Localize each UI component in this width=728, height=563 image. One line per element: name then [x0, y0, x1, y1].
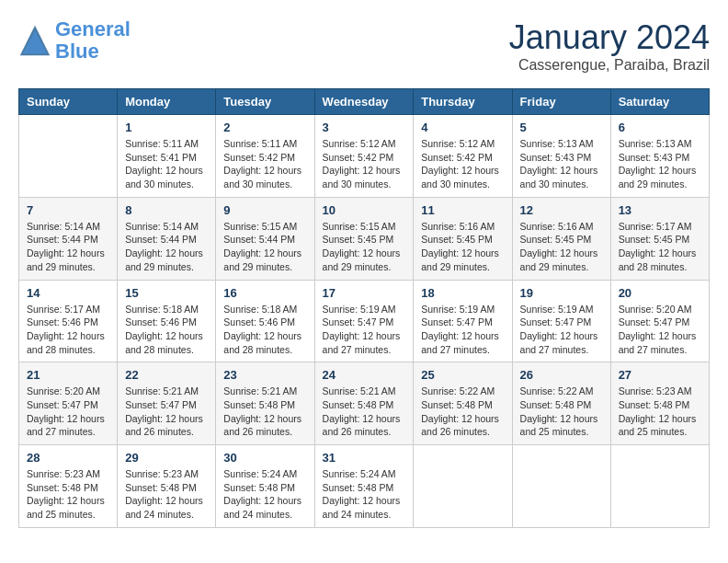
day-number: 4 [421, 121, 504, 134]
day-info: Sunrise: 5:22 AM Sunset: 5:48 PM Dayligh… [520, 385, 603, 439]
day-info: Sunrise: 5:18 AM Sunset: 5:46 PM Dayligh… [125, 303, 208, 357]
column-header-friday: Friday [512, 89, 610, 115]
logo: General Blue [18, 18, 131, 63]
day-cell: 5Sunrise: 5:13 AM Sunset: 5:43 PM Daylig… [512, 115, 610, 198]
day-number: 8 [125, 203, 208, 217]
day-info: Sunrise: 5:19 AM Sunset: 5:47 PM Dayligh… [323, 303, 406, 357]
day-cell: 31Sunrise: 5:24 AM Sunset: 5:48 PM Dayli… [314, 445, 414, 528]
day-cell [512, 445, 610, 528]
day-info: Sunrise: 5:23 AM Sunset: 5:48 PM Dayligh… [125, 467, 208, 522]
column-header-saturday: Saturday [610, 89, 709, 115]
day-number: 6 [619, 121, 701, 134]
logo-icon [18, 24, 51, 57]
day-info: Sunrise: 5:12 AM Sunset: 5:42 PM Dayligh… [421, 137, 504, 191]
day-info: Sunrise: 5:20 AM Sunset: 5:47 PM Dayligh… [27, 385, 109, 439]
day-info: Sunrise: 5:11 AM Sunset: 5:42 PM Dayligh… [223, 137, 306, 191]
day-number: 3 [323, 121, 406, 134]
day-cell: 25Sunrise: 5:22 AM Sunset: 5:48 PM Dayli… [414, 362, 512, 445]
day-cell: 11Sunrise: 5:16 AM Sunset: 5:45 PM Dayli… [414, 197, 512, 280]
day-cell: 26Sunrise: 5:22 AM Sunset: 5:48 PM Dayli… [512, 362, 610, 445]
logo-text: General Blue [55, 18, 131, 63]
week-row-4: 21Sunrise: 5:20 AM Sunset: 5:47 PM Dayli… [19, 362, 710, 445]
day-number: 23 [223, 368, 306, 382]
day-cell: 7Sunrise: 5:14 AM Sunset: 5:44 PM Daylig… [19, 197, 118, 280]
day-cell: 3Sunrise: 5:12 AM Sunset: 5:42 PM Daylig… [314, 115, 414, 198]
day-cell: 27Sunrise: 5:23 AM Sunset: 5:48 PM Dayli… [610, 362, 709, 445]
day-info: Sunrise: 5:12 AM Sunset: 5:42 PM Dayligh… [323, 137, 406, 191]
day-info: Sunrise: 5:20 AM Sunset: 5:47 PM Dayligh… [619, 303, 701, 357]
page-header: General Blue January 2024 Casserengue, P… [18, 18, 710, 74]
day-number: 21 [27, 368, 109, 382]
day-info: Sunrise: 5:19 AM Sunset: 5:47 PM Dayligh… [421, 303, 504, 357]
day-info: Sunrise: 5:23 AM Sunset: 5:48 PM Dayligh… [619, 385, 701, 439]
day-number: 7 [27, 203, 109, 217]
day-info: Sunrise: 5:24 AM Sunset: 5:48 PM Dayligh… [323, 467, 406, 522]
day-cell [610, 445, 709, 528]
day-info: Sunrise: 5:15 AM Sunset: 5:45 PM Dayligh… [323, 220, 406, 274]
week-row-1: 1Sunrise: 5:11 AM Sunset: 5:41 PM Daylig… [19, 115, 710, 198]
day-cell: 12Sunrise: 5:16 AM Sunset: 5:45 PM Dayli… [512, 197, 610, 280]
day-cell: 8Sunrise: 5:14 AM Sunset: 5:44 PM Daylig… [118, 197, 216, 280]
week-row-3: 14Sunrise: 5:17 AM Sunset: 5:46 PM Dayli… [19, 280, 710, 362]
day-cell: 29Sunrise: 5:23 AM Sunset: 5:48 PM Dayli… [118, 445, 216, 528]
week-row-2: 7Sunrise: 5:14 AM Sunset: 5:44 PM Daylig… [19, 197, 710, 280]
day-number: 5 [520, 121, 603, 134]
day-cell: 14Sunrise: 5:17 AM Sunset: 5:46 PM Dayli… [19, 280, 118, 362]
day-number: 16 [223, 286, 306, 300]
day-cell: 13Sunrise: 5:17 AM Sunset: 5:45 PM Dayli… [610, 197, 709, 280]
day-info: Sunrise: 5:15 AM Sunset: 5:44 PM Dayligh… [223, 220, 306, 274]
day-number: 19 [520, 286, 603, 300]
day-info: Sunrise: 5:11 AM Sunset: 5:41 PM Dayligh… [125, 137, 208, 191]
day-info: Sunrise: 5:17 AM Sunset: 5:46 PM Dayligh… [27, 303, 109, 357]
day-number: 18 [421, 286, 504, 300]
day-number: 20 [619, 286, 701, 300]
day-cell: 18Sunrise: 5:19 AM Sunset: 5:47 PM Dayli… [414, 280, 512, 362]
day-cell: 10Sunrise: 5:15 AM Sunset: 5:45 PM Dayli… [314, 197, 414, 280]
day-cell: 21Sunrise: 5:20 AM Sunset: 5:47 PM Dayli… [19, 362, 118, 445]
column-header-monday: Monday [118, 89, 216, 115]
column-header-thursday: Thursday [414, 89, 512, 115]
day-cell: 19Sunrise: 5:19 AM Sunset: 5:47 PM Dayli… [512, 280, 610, 362]
week-row-5: 28Sunrise: 5:23 AM Sunset: 5:48 PM Dayli… [19, 445, 710, 528]
day-info: Sunrise: 5:24 AM Sunset: 5:48 PM Dayligh… [223, 467, 306, 522]
day-number: 28 [27, 451, 109, 465]
location: Casserengue, Paraiba, Brazil [509, 57, 710, 74]
day-number: 29 [125, 451, 208, 465]
day-info: Sunrise: 5:21 AM Sunset: 5:48 PM Dayligh… [323, 385, 406, 439]
day-info: Sunrise: 5:21 AM Sunset: 5:47 PM Dayligh… [125, 385, 208, 439]
day-info: Sunrise: 5:21 AM Sunset: 5:48 PM Dayligh… [223, 385, 306, 439]
day-info: Sunrise: 5:13 AM Sunset: 5:43 PM Dayligh… [619, 137, 701, 191]
column-header-tuesday: Tuesday [216, 89, 314, 115]
column-header-sunday: Sunday [19, 89, 118, 115]
day-cell: 9Sunrise: 5:15 AM Sunset: 5:44 PM Daylig… [216, 197, 314, 280]
day-info: Sunrise: 5:14 AM Sunset: 5:44 PM Dayligh… [27, 220, 109, 274]
column-header-wednesday: Wednesday [314, 89, 414, 115]
day-number: 31 [323, 451, 406, 465]
day-cell: 1Sunrise: 5:11 AM Sunset: 5:41 PM Daylig… [118, 115, 216, 198]
day-number: 24 [323, 368, 406, 382]
calendar-header-row: SundayMondayTuesdayWednesdayThursdayFrid… [19, 89, 710, 115]
day-cell: 23Sunrise: 5:21 AM Sunset: 5:48 PM Dayli… [216, 362, 314, 445]
day-cell [19, 115, 118, 198]
day-number: 13 [619, 203, 701, 217]
day-number: 25 [421, 368, 504, 382]
day-number: 14 [27, 286, 109, 300]
day-info: Sunrise: 5:14 AM Sunset: 5:44 PM Dayligh… [125, 220, 208, 274]
day-cell: 30Sunrise: 5:24 AM Sunset: 5:48 PM Dayli… [216, 445, 314, 528]
calendar-table: SundayMondayTuesdayWednesdayThursdayFrid… [18, 88, 710, 528]
svg-marker-1 [23, 30, 48, 53]
day-number: 27 [619, 368, 701, 382]
day-number: 1 [125, 121, 208, 134]
day-number: 12 [520, 203, 603, 217]
day-cell: 6Sunrise: 5:13 AM Sunset: 5:43 PM Daylig… [610, 115, 709, 198]
day-number: 26 [520, 368, 603, 382]
day-info: Sunrise: 5:17 AM Sunset: 5:45 PM Dayligh… [619, 220, 701, 274]
day-number: 15 [125, 286, 208, 300]
day-number: 11 [421, 203, 504, 217]
day-info: Sunrise: 5:18 AM Sunset: 5:46 PM Dayligh… [223, 303, 306, 357]
day-cell: 20Sunrise: 5:20 AM Sunset: 5:47 PM Dayli… [610, 280, 709, 362]
day-cell: 22Sunrise: 5:21 AM Sunset: 5:47 PM Dayli… [118, 362, 216, 445]
day-number: 17 [323, 286, 406, 300]
day-number: 30 [223, 451, 306, 465]
day-info: Sunrise: 5:23 AM Sunset: 5:48 PM Dayligh… [27, 467, 109, 522]
